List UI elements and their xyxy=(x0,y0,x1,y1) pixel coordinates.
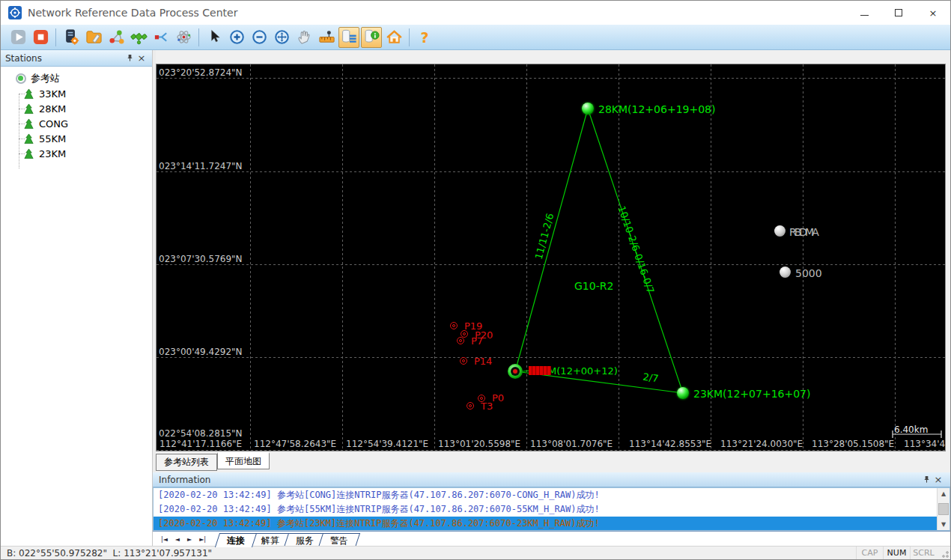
close-icon[interactable]: × xyxy=(932,474,944,486)
resize-grip[interactable] xyxy=(941,550,949,558)
lon-label: 113°34'46.2985"E xyxy=(904,439,946,449)
zoom-fit-button[interactable] xyxy=(271,27,292,48)
next-tab-icon[interactable]: ► xyxy=(183,536,195,543)
stations-panel: Stations × 参考站 33KM 28KM xyxy=(1,50,153,547)
tree-item-label: CONG xyxy=(39,118,68,130)
status-bar: B: 022°55'50.975282" L: 113°21'07.957131… xyxy=(1,546,950,559)
help-button[interactable]: ? xyxy=(414,27,435,48)
tree-branch-line xyxy=(19,109,25,109)
station-list-button[interactable] xyxy=(338,27,359,48)
lat-label: 022°54'08.2815"N xyxy=(159,428,243,439)
first-tab-icon[interactable]: |◄ xyxy=(157,536,171,543)
station-marker-28km[interactable] xyxy=(582,103,594,115)
measure-distance-button[interactable] xyxy=(316,27,337,48)
toolbar-separator xyxy=(409,28,410,46)
baseline-branch-button[interactable] xyxy=(151,27,171,48)
station-marker-55km[interactable] xyxy=(508,364,523,379)
close-icon[interactable]: × xyxy=(136,52,148,64)
window-title: Network Reference Data Process Center xyxy=(28,7,237,19)
prev-tab-icon[interactable]: ◄ xyxy=(171,536,183,543)
log-tab-bar: |◄ ◄ ► ►| 连接 解算 服务 警告 xyxy=(153,531,950,547)
scroll-lock-indicator: SCRL xyxy=(910,547,937,560)
tab-label: 参考站列表 xyxy=(164,456,209,469)
lon-label: 112°54'39.4121"E xyxy=(346,439,428,449)
tree-item-label: 55KM xyxy=(39,133,66,144)
tab-connect[interactable]: 连接 xyxy=(215,533,257,547)
toolbar: ? xyxy=(1,25,950,50)
station-tree-icon xyxy=(23,133,34,144)
maximize-button[interactable] xyxy=(881,1,916,25)
project-folder-button[interactable] xyxy=(83,27,104,48)
tab-label: 解算 xyxy=(261,535,279,547)
tree-item-label: 33KM xyxy=(39,88,66,100)
caps-lock-indicator: CAP xyxy=(856,547,883,560)
antenna-icon xyxy=(16,73,26,84)
run-button[interactable] xyxy=(7,27,28,48)
tree-item-33km[interactable]: 33KM xyxy=(1,86,152,101)
tree-branch-line xyxy=(19,94,25,94)
tab-label: 警告 xyxy=(330,535,348,547)
log-scrollbar[interactable]: ▲ ▼ xyxy=(937,488,950,530)
run-icon xyxy=(10,28,27,46)
lon-label: 113°14'42.8553"E xyxy=(629,439,711,449)
gray-point-label-1: RBDMA xyxy=(789,226,817,238)
title-bar[interactable]: Network Reference Data Process Center × xyxy=(1,1,950,25)
right-column: 023°20'52.8724"N 023°14'11.7247"N 023°07… xyxy=(156,50,950,547)
select-cursor-button[interactable] xyxy=(204,27,225,48)
satellite-button[interactable] xyxy=(128,27,149,48)
station-list-icon xyxy=(341,28,358,46)
scroll-up-icon[interactable]: ▲ xyxy=(938,488,950,499)
information-title: Information xyxy=(159,475,920,485)
atom-settings-button[interactable] xyxy=(173,27,194,48)
gray-point-marker-1[interactable] xyxy=(774,225,786,237)
last-tab-icon[interactable]: ►| xyxy=(195,536,210,543)
tab-label: 连接 xyxy=(227,535,245,547)
minimize-button[interactable] xyxy=(847,1,881,25)
log-row[interactable]: [2020-02-20 13:42:49] 参考站[55KM]连接NTRIP服务… xyxy=(154,502,950,517)
point-marker-t3[interactable] xyxy=(467,402,474,410)
scrollbar-thumb[interactable] xyxy=(938,503,949,515)
tree-item-cong[interactable]: CONG xyxy=(1,116,152,131)
plane-map-view[interactable]: 023°20'52.8724"N 023°14'11.7247"N 023°07… xyxy=(156,64,946,451)
network-solution-icon xyxy=(108,28,125,46)
stations-panel-header: Stations × xyxy=(1,50,152,67)
station-info-button[interactable] xyxy=(361,27,382,48)
tree-item-28km[interactable]: 28KM xyxy=(1,101,152,116)
tab-plane-map[interactable]: 平面地图 xyxy=(217,452,270,469)
point-marker-p14[interactable] xyxy=(460,357,467,365)
lon-label: 113°21'24.0030"E xyxy=(720,439,803,449)
close-button[interactable]: × xyxy=(916,1,950,25)
log-row-selected[interactable]: [2020-02-20 13:42:49] 参考站[23KM]连接NTRIP服务… xyxy=(154,517,950,531)
zoom-out-button[interactable] xyxy=(249,27,270,48)
tree-branch-line xyxy=(19,139,25,139)
scroll-down-icon[interactable]: ▼ xyxy=(938,519,950,530)
tree-item-23km[interactable]: 23KM xyxy=(1,146,152,161)
pan-hand-button[interactable] xyxy=(294,27,315,48)
home-icon xyxy=(386,28,403,46)
server-config-icon xyxy=(63,28,80,46)
tree-root-label: 参考站 xyxy=(31,72,60,85)
stop-button[interactable] xyxy=(30,27,51,48)
tree-branch-line xyxy=(19,124,25,124)
project-folder-icon xyxy=(85,28,103,46)
tab-station-list[interactable]: 参考站列表 xyxy=(156,454,217,471)
station-tree-icon xyxy=(23,103,34,115)
gray-point-marker-2[interactable] xyxy=(780,267,791,278)
station-marker-23km[interactable] xyxy=(677,387,689,399)
pan-hand-icon xyxy=(296,28,313,46)
lat-label: 023°00'49.4292"N xyxy=(159,347,243,357)
point-marker-p7[interactable] xyxy=(457,337,464,344)
pin-icon[interactable] xyxy=(124,52,136,64)
network-solution-button[interactable] xyxy=(106,27,127,48)
zoom-in-button[interactable] xyxy=(226,27,247,48)
tree-root-reference-stations[interactable]: 参考站 xyxy=(1,71,152,86)
server-config-button[interactable] xyxy=(61,27,82,48)
point-marker-p19[interactable] xyxy=(450,322,458,329)
home-button[interactable] xyxy=(383,27,404,48)
log-row[interactable]: [2020-02-20 13:42:49] 参考站[CONG]连接NTRIP服务… xyxy=(154,488,950,502)
lon-label: 113°08'01.7076"E xyxy=(530,439,613,449)
station-tree-icon xyxy=(23,118,34,130)
tree-branch-line xyxy=(19,153,25,154)
pin-icon[interactable] xyxy=(920,474,932,486)
tree-item-55km[interactable]: 55KM xyxy=(1,131,152,146)
